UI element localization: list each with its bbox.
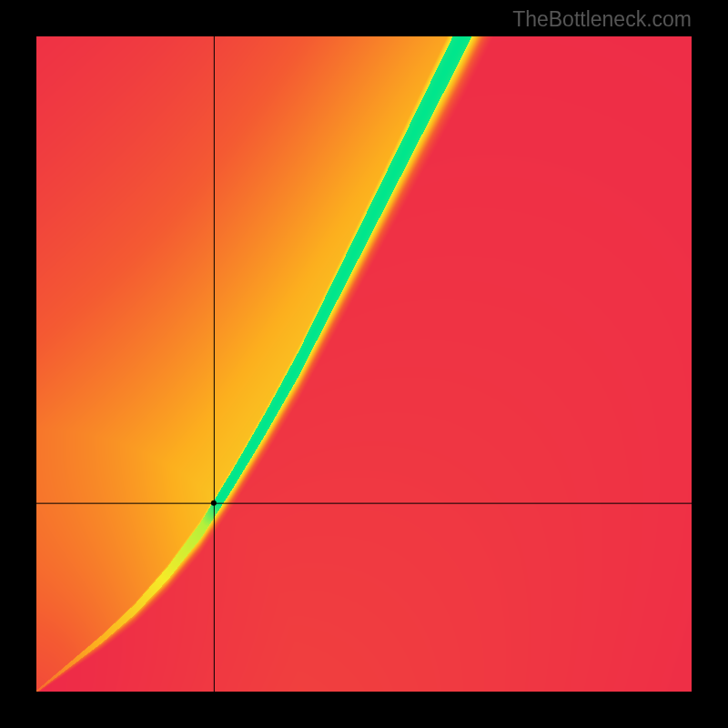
watermark: TheBottleneck.com [512, 7, 692, 32]
heatmap-plot [36, 36, 692, 692]
heatmap-canvas [36, 36, 692, 692]
